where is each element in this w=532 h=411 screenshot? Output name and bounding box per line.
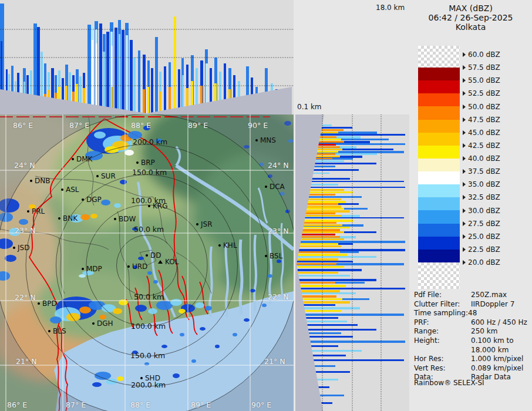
colorbar-band — [418, 197, 460, 211]
echo-row — [295, 263, 336, 265]
echo-row — [295, 282, 335, 284]
echo-row — [305, 187, 405, 188]
echo-row — [300, 215, 341, 217]
dbz-colorbar — [418, 46, 460, 289]
metadata-value: IIRDoppler 7 — [471, 300, 514, 309]
dbz-tick: 32.5 dBZ — [463, 193, 500, 201]
metadata-label: Range: — [414, 327, 471, 336]
tick-arrow-icon — [463, 195, 466, 200]
tick-label: 42.5 dBZ — [468, 142, 500, 150]
echo-row — [295, 243, 338, 245]
colorbar-band — [418, 210, 460, 224]
echo-column — [155, 37, 158, 114]
echo-row — [299, 310, 341, 312]
metadata-label: Hor Res: — [414, 355, 471, 364]
echo-row — [299, 220, 353, 222]
vertical-projection-side-panel — [295, 114, 409, 411]
echo-column — [130, 40, 133, 114]
product-station: Kolkata — [409, 22, 532, 32]
colorbar-band — [418, 93, 460, 107]
colorbar-band — [418, 237, 460, 250]
echo-row — [306, 350, 362, 352]
echo-row — [308, 169, 359, 171]
tick-arrow-icon — [463, 91, 466, 96]
dbz-tick: 30.0 dBZ — [463, 207, 500, 215]
echo-row — [298, 307, 360, 309]
echo-row — [301, 324, 358, 326]
dbz-tick: 50.0 dBZ — [463, 103, 500, 111]
echo-row — [298, 227, 350, 228]
echo-row — [295, 288, 405, 289]
echo-row — [297, 231, 344, 233]
tick-label: 30.0 dBZ — [468, 207, 500, 215]
tick-label: 47.5 dBZ — [468, 116, 500, 124]
metadata-row: PRF:600 Hz / 450 Hz — [414, 318, 531, 328]
colorbar-band — [418, 184, 460, 198]
echo-row — [297, 301, 350, 304]
dbz-tick: 55.0 dBZ — [463, 76, 500, 85]
metadata-label: Time sampling: — [414, 309, 468, 318]
tick-label: 35.0 dBZ — [468, 180, 500, 188]
echo-row — [309, 163, 376, 164]
tick-label: 52.5 dBZ — [468, 89, 500, 97]
product-datetime: 06:42 / 26-Sep-2025 — [409, 13, 532, 22]
echo-column — [126, 35, 128, 114]
product-header: MAX (dBZ) 06:42 / 26-Sep-2025 Kolkata — [409, 4, 532, 32]
product-title: MAX (dBZ) — [409, 4, 532, 13]
dbz-tick: 47.5 dBZ — [463, 116, 500, 124]
echo-column — [37, 27, 40, 103]
echo-column — [143, 89, 145, 114]
tick-arrow-icon — [463, 65, 466, 70]
tick-label: 57.5 dBZ — [468, 63, 500, 72]
dbz-tick: 57.5 dBZ — [463, 63, 500, 72]
colorbar-band — [418, 120, 460, 133]
echo-row — [295, 266, 344, 268]
dbz-tick: 45.0 dBZ — [463, 129, 500, 137]
echo-row — [296, 236, 340, 238]
metadata-row: Range:250 km — [414, 327, 531, 336]
vertical-projection-top-panel — [0, 0, 294, 114]
echo-column — [1, 41, 2, 97]
echo-row — [304, 336, 353, 338]
echo-column — [106, 32, 109, 114]
dbz-tick: 20.0 dBZ — [463, 258, 500, 267]
metadata-value: 1.000 km/pixel — [471, 355, 523, 364]
tick-label: 22.5 dBZ — [468, 245, 500, 254]
colorbar-band — [418, 133, 460, 146]
metadata-value: 0.089 km/pixel — [471, 364, 523, 373]
echo-row — [302, 201, 346, 203]
echo-row — [301, 210, 350, 213]
echo-row — [295, 256, 376, 258]
metadata-label: Clutter Filter: — [414, 300, 471, 309]
metadata-value: 250Z.max — [471, 291, 507, 300]
echo-row — [295, 261, 353, 262]
tick-arrow-icon — [463, 78, 466, 83]
colorbar-overflow-checker — [418, 46, 460, 68]
metadata-value: 250 km — [471, 327, 497, 336]
metadata-row: Clutter Filter:IIRDoppler 7 — [414, 300, 531, 309]
metadata-label: Pdf File: — [414, 291, 471, 300]
tick-label: 55.0 dBZ — [468, 76, 500, 85]
colorbar-band — [418, 68, 460, 81]
tick-arrow-icon — [463, 143, 466, 148]
echo-row — [298, 224, 342, 226]
radar-map-panel — [0, 114, 294, 411]
echo-column — [87, 25, 91, 112]
echo-row — [297, 298, 342, 300]
echo-row — [295, 251, 340, 253]
tick-arrow-icon — [463, 234, 466, 239]
colorbar-band — [418, 146, 460, 159]
tick-arrow-icon — [463, 52, 466, 57]
echo-row — [305, 189, 344, 191]
colorbar-band — [418, 80, 460, 94]
echo-row — [295, 238, 344, 240]
colorbar-band — [418, 171, 460, 185]
echo-row — [301, 206, 341, 208]
product-metadata: Pdf File:250Z.maxClutter Filter:IIRDoppl… — [414, 291, 531, 382]
echo-row — [295, 258, 338, 261]
colorbar-band — [418, 224, 460, 237]
tick-arrow-icon — [463, 117, 466, 122]
echo-row — [306, 181, 404, 182]
metadata-value: 48 — [468, 309, 477, 318]
dbz-tick: 40.0 dBZ — [463, 154, 500, 163]
